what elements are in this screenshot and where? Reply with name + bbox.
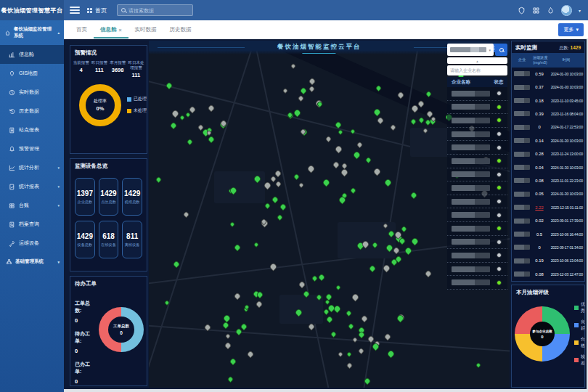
map-marker-online[interactable] (222, 314, 232, 323)
realtime-row[interactable]: 0.082023-12-03 12:47:00 (512, 268, 584, 281)
map-marker-online[interactable] (410, 118, 417, 125)
map-marker-online[interactable] (346, 351, 352, 357)
map-marker-online[interactable] (346, 310, 353, 317)
map-marker-online[interactable] (253, 242, 259, 248)
realtime-row[interactable]: 0.52023-10-06 16:44:00 (512, 227, 584, 240)
map-marker-offline[interactable] (351, 293, 360, 302)
map-marker-online[interactable] (185, 112, 191, 118)
map-marker-online[interactable] (293, 173, 300, 181)
map-marker-offline[interactable] (297, 94, 304, 102)
map-marker-online[interactable] (179, 115, 185, 121)
realtime-row[interactable]: 0.142024-01-30 10:03:00 (512, 134, 584, 147)
map-marker-online[interactable] (169, 121, 177, 129)
apps-grid-icon[interactable] (532, 7, 540, 15)
map-marker-offline[interactable] (307, 164, 317, 173)
map-marker-online[interactable] (383, 178, 393, 187)
sidebar-item-7[interactable]: 统计分析▾ (0, 158, 64, 177)
user-menu-chevron-icon[interactable]: ▾ (579, 8, 581, 13)
company-row[interactable] (447, 208, 507, 222)
company-search-button[interactable] (495, 44, 507, 56)
region-select[interactable]: ▾ (447, 44, 494, 56)
company-row[interactable] (447, 222, 507, 236)
map-marker-online[interactable] (404, 246, 413, 256)
company-row[interactable] (447, 263, 507, 277)
map-marker-offline[interactable] (389, 123, 396, 131)
map-marker-offline[interactable] (358, 347, 365, 354)
tab-2[interactable]: 信息舱× (94, 22, 128, 38)
realtime-row[interactable]: 0.042024-01-30 10:03:00 (512, 160, 584, 173)
map-marker-online[interactable] (234, 243, 242, 251)
sidebar-item-1[interactable]: 信息舱 (0, 45, 64, 64)
realtime-row[interactable]: 0.282023-11-24 13:00:00 (512, 147, 584, 160)
map-marker-online[interactable] (279, 203, 287, 211)
map-marker-online[interactable] (365, 157, 372, 164)
tab-3[interactable]: 实时数据 (128, 22, 163, 38)
map-marker-offline[interactable] (360, 314, 368, 322)
map-marker-offline[interactable] (225, 333, 231, 339)
map-marker-offline[interactable] (224, 341, 232, 349)
breadcrumb[interactable]: 首页 (87, 7, 107, 15)
map-marker-offline[interactable] (309, 78, 317, 86)
map-marker-offline[interactable] (372, 167, 382, 176)
map-marker-offline[interactable] (352, 337, 358, 343)
map-marker-online[interactable] (311, 274, 319, 282)
map-marker-offline[interactable] (309, 86, 316, 93)
tab-1[interactable]: 首页 (70, 22, 94, 38)
map-marker-offline[interactable] (171, 110, 180, 119)
realtime-row[interactable]: 0.592024-01-30 10:03:00 (512, 68, 584, 81)
map-marker-online[interactable] (418, 116, 425, 123)
map-marker-online[interactable] (349, 187, 356, 195)
map-marker-offline[interactable] (233, 292, 241, 300)
more-button[interactable]: 更多▾ (558, 23, 584, 36)
company-name-input[interactable] (447, 65, 507, 75)
sidebar-item-5[interactable]: 站点报表 (0, 121, 64, 139)
realtime-row[interactable]: 0.392023-11-16 08:04:00 (512, 107, 584, 121)
map-marker-online[interactable] (368, 265, 376, 273)
company-row[interactable] (447, 87, 507, 101)
flame-icon[interactable] (547, 7, 555, 15)
map-marker-online[interactable] (352, 151, 362, 160)
company-row[interactable] (447, 114, 507, 128)
map-marker-online[interactable] (372, 107, 382, 117)
map-marker-online[interactable] (409, 191, 417, 199)
global-search-input[interactable] (128, 8, 195, 13)
map-marker-online[interactable] (401, 225, 408, 232)
map-marker-offline[interactable] (275, 181, 282, 188)
map-marker-online[interactable] (271, 196, 279, 204)
collapse-handle[interactable]: ▴ (447, 57, 507, 64)
map-marker-offline[interactable] (247, 351, 255, 359)
map-marker-offline[interactable] (424, 269, 432, 277)
map-marker-offline[interactable] (376, 116, 384, 124)
map-marker-online[interactable] (208, 135, 216, 143)
map-marker-offline[interactable] (340, 163, 348, 170)
map-marker-online[interactable] (318, 274, 326, 282)
map-marker-offline[interactable] (332, 161, 340, 169)
company-row[interactable] (447, 276, 507, 290)
map-marker-offline[interactable] (356, 142, 364, 149)
company-row[interactable] (447, 101, 507, 115)
map-marker-offline[interactable] (282, 88, 287, 94)
sidebar-item-8[interactable]: 统计报表▾ (0, 177, 64, 196)
company-row[interactable] (447, 128, 507, 142)
map-marker-offline[interactable] (269, 262, 278, 271)
map-marker-offline[interactable] (325, 136, 332, 143)
sidebar-item-9[interactable]: 台账▾ (0, 196, 64, 215)
map-marker-online[interactable] (335, 284, 341, 290)
close-tab-icon[interactable]: × (119, 28, 122, 33)
map-marker-offline[interactable] (334, 144, 343, 154)
map-marker-offline[interactable] (208, 104, 216, 112)
map-marker-online[interactable] (322, 178, 331, 187)
user-avatar[interactable] (561, 5, 572, 16)
realtime-row[interactable]: 0.182023-11-10 03:45:00 (512, 94, 584, 107)
sidebar-item-11[interactable]: 运维设备 (0, 234, 64, 253)
sidebar-item-2[interactable]: GIS地图 (0, 64, 64, 83)
map-marker-offline[interactable] (256, 300, 264, 308)
realtime-row[interactable]: 0.052024-01-30 10:03:00 (512, 187, 584, 200)
realtime-row[interactable]: 0.022023-09-01 17:39:00 (512, 214, 584, 227)
hamburger-menu-icon[interactable] (70, 7, 80, 14)
sidebar-group-base-system[interactable]: 基础管理系统 ▾ (0, 253, 64, 271)
map-marker-online[interactable] (264, 203, 271, 210)
map-marker-offline[interactable] (189, 105, 197, 113)
map-marker-offline[interactable] (290, 63, 296, 69)
company-row[interactable] (447, 168, 507, 182)
